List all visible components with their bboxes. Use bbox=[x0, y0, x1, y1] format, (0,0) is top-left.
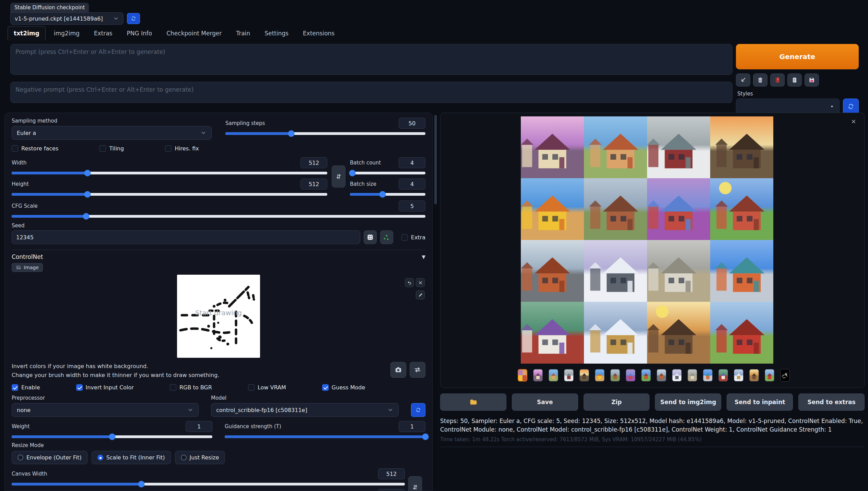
mirror-button[interactable] bbox=[410, 362, 425, 378]
seed-input[interactable] bbox=[12, 230, 360, 244]
checkbox-invert-input-color[interactable]: Invert Input Color bbox=[76, 384, 134, 391]
thumbnail-image[interactable] bbox=[533, 369, 543, 381]
resize-mode-envelope-outer-fit-[interactable]: Envelope (Outer Fit) bbox=[12, 451, 87, 464]
gallery-image[interactable] bbox=[584, 302, 647, 364]
gallery-image[interactable] bbox=[584, 240, 647, 302]
open-folder-button[interactable] bbox=[440, 393, 506, 411]
cfg-scale-slider[interactable]: CFG Scale5 bbox=[12, 201, 425, 218]
send-to-img2img-button[interactable]: Send to img2img bbox=[655, 393, 721, 411]
reuse-seed-button[interactable] bbox=[380, 230, 393, 244]
save-button[interactable]: Save bbox=[512, 393, 578, 411]
slider-track[interactable] bbox=[12, 435, 212, 438]
gallery-image[interactable] bbox=[710, 116, 773, 178]
gallery-image[interactable] bbox=[710, 302, 773, 364]
gallery-image[interactable] bbox=[521, 116, 584, 178]
brush-button[interactable] bbox=[416, 290, 425, 299]
slider-value-box[interactable]: 4 bbox=[399, 157, 425, 168]
swap-canvas-dims-button[interactable] bbox=[408, 476, 422, 491]
thumbnail-image[interactable] bbox=[641, 369, 651, 381]
batch-size-slider[interactable]: Batch size4 bbox=[350, 179, 425, 196]
trash-button[interactable] bbox=[753, 73, 767, 87]
slider-track[interactable] bbox=[12, 193, 327, 196]
checkpoint-dropdown[interactable]: v1-5-pruned.ckpt [e1441589a6] bbox=[10, 12, 124, 25]
thumbnail-image[interactable] bbox=[734, 369, 743, 381]
thumbnail-image[interactable] bbox=[549, 369, 558, 381]
preprocessor-dropdown[interactable]: none bbox=[12, 403, 199, 417]
thumbnail-image[interactable] bbox=[595, 369, 605, 381]
slider-value-box[interactable]: 5 bbox=[399, 201, 425, 212]
tab-png-info[interactable]: PNG Info bbox=[120, 26, 158, 41]
gallery-image[interactable] bbox=[584, 178, 647, 240]
slider-value-box[interactable]: 1 bbox=[399, 421, 425, 432]
checkbox-restore-faces[interactable]: Restore faces bbox=[12, 145, 58, 152]
tab-extras[interactable]: Extras bbox=[88, 26, 119, 41]
slider-handle[interactable] bbox=[349, 170, 355, 176]
slider-handle[interactable] bbox=[288, 130, 295, 137]
clipboard-button[interactable] bbox=[787, 73, 802, 87]
thumbnail-scribble[interactable] bbox=[780, 369, 790, 381]
undo-button[interactable] bbox=[405, 278, 414, 287]
tab-txt2img[interactable]: txt2img bbox=[8, 26, 46, 41]
slider-track[interactable] bbox=[350, 193, 425, 196]
gallery-image[interactable] bbox=[647, 178, 710, 240]
gallery-image[interactable] bbox=[647, 240, 710, 302]
checkbox-rgb-to-bgr[interactable]: RGB to BGR bbox=[170, 384, 212, 391]
slider-track[interactable] bbox=[350, 172, 425, 174]
tab-train[interactable]: Train bbox=[230, 26, 256, 41]
thumbnail-image[interactable] bbox=[657, 369, 666, 381]
slider-value-box[interactable]: 512 bbox=[301, 179, 327, 190]
slider-value-box[interactable]: 512 bbox=[378, 468, 405, 479]
thumbnail-image[interactable] bbox=[610, 369, 620, 381]
save-button[interactable] bbox=[805, 73, 819, 87]
slider-track[interactable] bbox=[225, 435, 425, 438]
vertical-scrollbar[interactable] bbox=[434, 115, 437, 488]
scrollbar-thumb[interactable] bbox=[434, 115, 437, 204]
thumbnail-image[interactable] bbox=[688, 369, 697, 381]
gallery-close-button[interactable] bbox=[850, 118, 857, 125]
gallery-image[interactable] bbox=[647, 116, 710, 178]
canvas-width-slider[interactable]: Canvas Width512 bbox=[12, 468, 405, 486]
thumbnail-image[interactable] bbox=[626, 369, 635, 381]
slider-handle[interactable] bbox=[422, 434, 429, 440]
gallery-image[interactable] bbox=[521, 240, 584, 302]
checkbox-low-vram[interactable]: Low VRAM bbox=[248, 384, 286, 391]
thumbnail-image[interactable] bbox=[672, 369, 682, 381]
slider-track[interactable] bbox=[225, 132, 425, 135]
checkbox-extra[interactable]: Extra bbox=[401, 234, 425, 241]
controlnet-header[interactable]: ControlNet ▼ bbox=[12, 250, 425, 260]
slider-handle[interactable] bbox=[379, 191, 386, 198]
width-slider[interactable]: Width512 bbox=[12, 157, 327, 174]
arrow-down-left-button[interactable] bbox=[736, 73, 750, 87]
tab-settings[interactable]: Settings bbox=[258, 26, 295, 41]
guidance-strength-slider[interactable]: Guidance strength (T)1 bbox=[225, 421, 425, 438]
prompt-input[interactable] bbox=[10, 44, 732, 75]
slider-value-box[interactable]: 4 bbox=[399, 179, 425, 190]
checkbox-hires-fix[interactable]: Hires. fix bbox=[165, 145, 199, 152]
gallery-image[interactable] bbox=[647, 302, 710, 364]
gallery-image[interactable] bbox=[521, 178, 584, 240]
slider-track[interactable] bbox=[12, 215, 425, 218]
tab-checkpoint-merger[interactable]: Checkpoint Merger bbox=[160, 26, 228, 41]
thumbnail-grid-view[interactable] bbox=[518, 369, 527, 381]
resize-mode-just-resize[interactable]: Just Resize bbox=[175, 451, 225, 464]
thumbnail-image[interactable] bbox=[765, 369, 774, 381]
thumbnail-image[interactable] bbox=[564, 369, 574, 381]
collapse-arrow-icon[interactable]: ▼ bbox=[422, 254, 425, 260]
model-dropdown[interactable]: control_scribble-fp16 [c508311e] bbox=[211, 403, 399, 417]
controlnet-image-tab[interactable]: Image bbox=[12, 263, 43, 272]
gallery-image[interactable] bbox=[584, 116, 647, 178]
slider-handle[interactable] bbox=[109, 434, 115, 440]
checkbox-tiling[interactable]: Tiling bbox=[99, 145, 124, 152]
send-to-inpaint-button[interactable]: Send to inpaint bbox=[727, 393, 793, 411]
thumbnail-image[interactable] bbox=[579, 369, 589, 381]
controlnet-weight-slider[interactable]: Weight1 bbox=[12, 421, 212, 438]
book-button[interactable] bbox=[770, 73, 785, 87]
negative-prompt-input[interactable] bbox=[10, 82, 732, 103]
thumbnail-image[interactable] bbox=[718, 369, 728, 381]
gallery-image[interactable] bbox=[710, 178, 773, 240]
slider-handle[interactable] bbox=[138, 481, 145, 488]
resize-mode-scale-to-fit-inner-fit-[interactable]: Scale to Fit (Inner Fit) bbox=[92, 451, 171, 464]
slider-track[interactable] bbox=[12, 172, 327, 174]
gallery-image[interactable] bbox=[521, 302, 584, 364]
model-refresh-button[interactable] bbox=[411, 403, 425, 417]
